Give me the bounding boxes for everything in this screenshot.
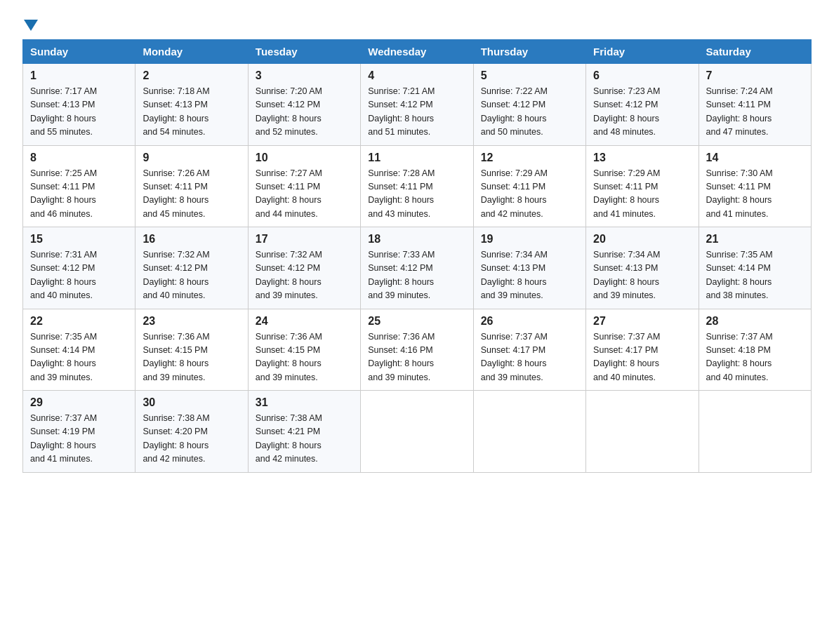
day-number: 22	[30, 315, 128, 328]
day-number: 30	[143, 396, 240, 409]
day-cell-24: 24 Sunrise: 7:36 AMSunset: 4:15 PMDaylig…	[248, 309, 360, 391]
day-cell-8: 8 Sunrise: 7:25 AMSunset: 4:11 PMDayligh…	[23, 145, 135, 227]
week-row-5: 29 Sunrise: 7:37 AMSunset: 4:19 PMDaylig…	[23, 391, 812, 473]
day-number: 25	[368, 315, 465, 328]
day-number: 13	[593, 152, 691, 164]
day-number: 16	[143, 233, 240, 246]
day-number: 19	[481, 233, 578, 246]
day-number: 8	[30, 152, 128, 164]
day-number: 2	[143, 69, 240, 82]
logo	[22, 17, 38, 31]
day-cell-14: 14 Sunrise: 7:30 AMSunset: 4:11 PMDaylig…	[699, 145, 811, 227]
day-number: 6	[593, 69, 691, 82]
day-cell-5: 5 Sunrise: 7:22 AMSunset: 4:12 PMDayligh…	[473, 64, 585, 146]
day-cell-15: 15 Sunrise: 7:31 AMSunset: 4:12 PMDaylig…	[23, 227, 135, 309]
day-info: Sunrise: 7:26 AMSunset: 4:11 PMDaylight:…	[143, 168, 209, 219]
day-cell-16: 16 Sunrise: 7:32 AMSunset: 4:12 PMDaylig…	[135, 227, 248, 309]
day-info: Sunrise: 7:30 AMSunset: 4:11 PMDaylight:…	[706, 168, 773, 219]
day-info: Sunrise: 7:32 AMSunset: 4:12 PMDaylight:…	[143, 250, 209, 300]
weekday-header-sunday: Sunday	[23, 40, 135, 64]
day-cell-31: 31 Sunrise: 7:38 AMSunset: 4:21 PMDaylig…	[248, 391, 360, 473]
weekday-header-wednesday: Wednesday	[361, 40, 473, 64]
day-number: 11	[368, 152, 465, 164]
day-cell-20: 20 Sunrise: 7:34 AMSunset: 4:13 PMDaylig…	[586, 227, 699, 309]
day-cell-19: 19 Sunrise: 7:34 AMSunset: 4:13 PMDaylig…	[473, 227, 585, 309]
day-cell-2: 2 Sunrise: 7:18 AMSunset: 4:13 PMDayligh…	[135, 64, 248, 146]
day-cell-18: 18 Sunrise: 7:33 AMSunset: 4:12 PMDaylig…	[361, 227, 473, 309]
day-cell-17: 17 Sunrise: 7:32 AMSunset: 4:12 PMDaylig…	[248, 227, 360, 309]
day-info: Sunrise: 7:29 AMSunset: 4:11 PMDaylight:…	[481, 168, 548, 219]
day-info: Sunrise: 7:37 AMSunset: 4:18 PMDaylight:…	[706, 332, 773, 382]
day-info: Sunrise: 7:34 AMSunset: 4:13 PMDaylight:…	[481, 250, 548, 300]
day-info: Sunrise: 7:17 AMSunset: 4:13 PMDaylight:…	[30, 86, 97, 137]
day-info: Sunrise: 7:32 AMSunset: 4:12 PMDaylight:…	[256, 250, 322, 300]
day-number: 10	[256, 152, 353, 164]
day-cell-3: 3 Sunrise: 7:20 AMSunset: 4:12 PMDayligh…	[248, 64, 360, 146]
logo-triangle-icon	[24, 20, 38, 31]
day-cell-10: 10 Sunrise: 7:27 AMSunset: 4:11 PMDaylig…	[248, 145, 360, 227]
day-number: 5	[481, 69, 578, 82]
day-info: Sunrise: 7:35 AMSunset: 4:14 PMDaylight:…	[30, 332, 97, 382]
day-cell-25: 25 Sunrise: 7:36 AMSunset: 4:16 PMDaylig…	[361, 309, 473, 391]
day-number: 21	[706, 233, 804, 246]
day-cell-28: 28 Sunrise: 7:37 AMSunset: 4:18 PMDaylig…	[699, 309, 811, 391]
day-number: 27	[593, 315, 691, 328]
day-number: 1	[30, 69, 128, 82]
day-number: 28	[706, 315, 804, 328]
day-cell-7: 7 Sunrise: 7:24 AMSunset: 4:11 PMDayligh…	[699, 64, 811, 146]
day-cell-12: 12 Sunrise: 7:29 AMSunset: 4:11 PMDaylig…	[473, 145, 585, 227]
day-cell-23: 23 Sunrise: 7:36 AMSunset: 4:15 PMDaylig…	[135, 309, 248, 391]
day-cell-9: 9 Sunrise: 7:26 AMSunset: 4:11 PMDayligh…	[135, 145, 248, 227]
empty-cell	[699, 391, 811, 473]
day-info: Sunrise: 7:25 AMSunset: 4:11 PMDaylight:…	[30, 168, 97, 219]
day-info: Sunrise: 7:22 AMSunset: 4:12 PMDaylight:…	[481, 86, 548, 137]
day-number: 15	[30, 233, 128, 246]
day-cell-11: 11 Sunrise: 7:28 AMSunset: 4:11 PMDaylig…	[361, 145, 473, 227]
week-row-4: 22 Sunrise: 7:35 AMSunset: 4:14 PMDaylig…	[23, 309, 812, 391]
day-info: Sunrise: 7:31 AMSunset: 4:12 PMDaylight:…	[30, 250, 97, 300]
empty-cell	[361, 391, 473, 473]
day-cell-6: 6 Sunrise: 7:23 AMSunset: 4:12 PMDayligh…	[586, 64, 699, 146]
weekday-header-thursday: Thursday	[473, 40, 585, 64]
weekday-header-monday: Monday	[135, 40, 248, 64]
day-number: 14	[706, 152, 804, 164]
day-info: Sunrise: 7:24 AMSunset: 4:11 PMDaylight:…	[706, 86, 773, 137]
day-info: Sunrise: 7:38 AMSunset: 4:20 PMDaylight:…	[143, 413, 209, 464]
day-cell-30: 30 Sunrise: 7:38 AMSunset: 4:20 PMDaylig…	[135, 391, 248, 473]
day-cell-29: 29 Sunrise: 7:37 AMSunset: 4:19 PMDaylig…	[23, 391, 135, 473]
day-number: 3	[256, 69, 353, 82]
day-number: 9	[143, 152, 240, 164]
day-info: Sunrise: 7:37 AMSunset: 4:17 PMDaylight:…	[593, 332, 660, 382]
day-number: 29	[30, 396, 128, 409]
day-info: Sunrise: 7:36 AMSunset: 4:15 PMDaylight:…	[256, 332, 322, 382]
day-info: Sunrise: 7:20 AMSunset: 4:12 PMDaylight:…	[256, 86, 322, 137]
day-info: Sunrise: 7:35 AMSunset: 4:14 PMDaylight:…	[706, 250, 773, 300]
day-info: Sunrise: 7:34 AMSunset: 4:13 PMDaylight:…	[593, 250, 660, 300]
day-number: 24	[256, 315, 353, 328]
day-cell-26: 26 Sunrise: 7:37 AMSunset: 4:17 PMDaylig…	[473, 309, 585, 391]
day-info: Sunrise: 7:33 AMSunset: 4:12 PMDaylight:…	[368, 250, 435, 300]
day-cell-21: 21 Sunrise: 7:35 AMSunset: 4:14 PMDaylig…	[699, 227, 811, 309]
day-info: Sunrise: 7:23 AMSunset: 4:12 PMDaylight:…	[593, 86, 660, 137]
day-number: 31	[256, 396, 353, 409]
weekday-header-saturday: Saturday	[699, 40, 811, 64]
day-cell-22: 22 Sunrise: 7:35 AMSunset: 4:14 PMDaylig…	[23, 309, 135, 391]
weekday-header-tuesday: Tuesday	[248, 40, 360, 64]
day-info: Sunrise: 7:37 AMSunset: 4:17 PMDaylight:…	[481, 332, 548, 382]
weekday-header-friday: Friday	[586, 40, 699, 64]
day-number: 20	[593, 233, 691, 246]
day-number: 26	[481, 315, 578, 328]
day-cell-1: 1 Sunrise: 7:17 AMSunset: 4:13 PMDayligh…	[23, 64, 135, 146]
day-info: Sunrise: 7:38 AMSunset: 4:21 PMDaylight:…	[256, 413, 322, 464]
day-number: 7	[706, 69, 804, 82]
day-number: 23	[143, 315, 240, 328]
day-number: 17	[256, 233, 353, 246]
week-row-3: 15 Sunrise: 7:31 AMSunset: 4:12 PMDaylig…	[23, 227, 812, 309]
week-row-2: 8 Sunrise: 7:25 AMSunset: 4:11 PMDayligh…	[23, 145, 812, 227]
day-number: 12	[481, 152, 578, 164]
day-info: Sunrise: 7:27 AMSunset: 4:11 PMDaylight:…	[256, 168, 322, 219]
day-info: Sunrise: 7:36 AMSunset: 4:16 PMDaylight:…	[368, 332, 435, 382]
day-info: Sunrise: 7:21 AMSunset: 4:12 PMDaylight:…	[368, 86, 435, 137]
empty-cell	[586, 391, 699, 473]
header-area	[22, 17, 812, 31]
